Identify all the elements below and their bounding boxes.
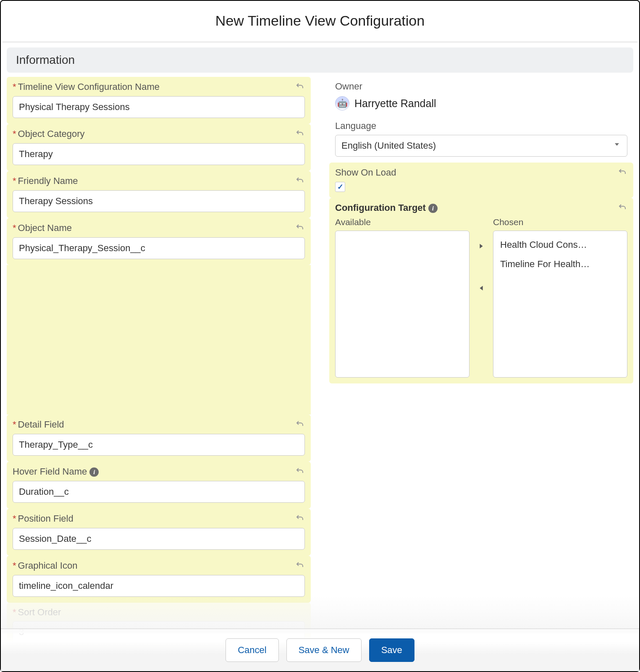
modal-container: New Timeline View Configuration Informat… [0,0,640,672]
input-position-field[interactable] [13,528,305,550]
input-config-name[interactable] [13,96,305,118]
left-spacer [7,265,311,415]
dual-listbox: Available Chosen Health Cloud Cons…Timel… [335,217,627,378]
section-information: Information [7,47,633,73]
label-graphical-icon: Graphical Icon [18,560,78,571]
label-owner: Owner [335,81,627,92]
field-show-on-load: Show On Load ✓ [329,163,633,198]
label-detail-field: Detail Field [18,419,64,430]
chevron-down-icon [613,140,621,151]
checkbox-show-on-load[interactable]: ✓ [335,182,345,192]
undo-icon[interactable] [295,222,305,234]
field-object-name: *Object Name [7,218,311,265]
label-position-field: Position Field [18,513,73,524]
field-language: Language English (United States) [329,116,633,163]
select-language[interactable]: English (United States) [335,135,627,157]
undo-icon[interactable] [295,175,305,187]
field-config-name: *Timeline View Configuration Name [7,77,311,124]
label-show-on-load: Show On Load [335,167,396,178]
chosen-list[interactable]: Health Cloud Cons…Timeline For Health… [493,231,627,378]
undo-icon[interactable] [295,513,305,525]
available-list[interactable] [335,231,470,378]
dual-list-arrows [473,217,490,378]
input-object-category[interactable] [13,143,305,165]
field-owner: Owner 🤖 Harryette Randall [329,77,633,116]
field-graphical-icon: *Graphical Icon [7,556,311,603]
field-hover-field: Hover Field Namei [7,462,311,509]
input-detail-field[interactable] [13,434,305,456]
form-body: *Timeline View Configuration Name *Objec… [1,77,639,671]
available-label: Available [335,217,470,227]
input-graphical-icon[interactable] [13,575,305,597]
undo-icon[interactable] [295,81,305,93]
arrow-left-icon[interactable] [477,284,485,294]
field-object-category: *Object Category [7,124,311,171]
left-column: *Timeline View Configuration Name *Objec… [7,77,311,671]
label-hover-field: Hover Field Name [13,466,87,477]
undo-icon[interactable] [617,167,627,178]
cancel-button[interactable]: Cancel [226,638,278,662]
undo-icon[interactable] [617,202,627,214]
arrow-right-icon[interactable] [477,242,485,252]
info-icon[interactable]: i [428,204,438,213]
label-object-category: Object Category [18,129,85,139]
field-position-field: *Position Field [7,509,311,556]
chosen-column: Chosen Health Cloud Cons…Timeline For He… [493,217,627,378]
label-friendly-name: Friendly Name [18,176,78,186]
undo-icon[interactable] [295,560,305,572]
right-column: Owner 🤖 Harryette Randall Language Engli… [329,77,633,671]
language-value: English (United States) [341,140,436,151]
owner-name: Harryette Randall [354,97,436,110]
undo-icon[interactable] [295,128,305,140]
list-item[interactable]: Health Cloud Cons… [498,235,622,255]
save-button[interactable]: Save [369,638,414,662]
available-column: Available [335,217,470,378]
label-sort-order: Sort Order [18,607,61,617]
save-new-button[interactable]: Save & New [286,638,362,662]
label-object-name: Object Name [18,223,72,233]
modal-title: New Timeline View Configuration [1,1,639,42]
undo-icon[interactable] [295,419,305,430]
label-language: Language [335,121,627,131]
list-item[interactable]: Timeline For Health… [498,255,622,274]
avatar-icon: 🤖 [335,96,349,110]
field-config-target: Configuration Targeti Available Chosen H… [329,198,633,383]
input-hover-field[interactable] [13,481,305,503]
label-config-target: Configuration Target [335,202,426,213]
chosen-label: Chosen [493,217,627,227]
input-object-name[interactable] [13,237,305,259]
divider [3,42,637,42]
field-friendly-name: *Friendly Name [7,171,311,218]
footer: Cancel Save & New Save [1,628,639,671]
field-detail-field: *Detail Field [7,415,311,462]
label-config-name: Timeline View Configuration Name [18,81,160,92]
undo-icon[interactable] [295,466,305,478]
input-friendly-name[interactable] [13,190,305,212]
info-icon[interactable]: i [89,467,99,477]
